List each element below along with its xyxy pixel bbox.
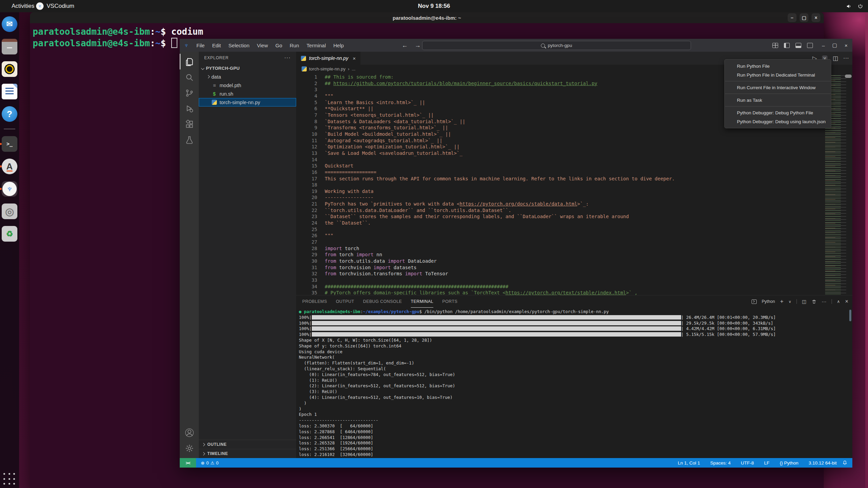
explorer-more-actions-icon[interactable]: ···: [284, 55, 291, 61]
code-line[interactable]: 20-----------------: [296, 194, 822, 201]
command-center-search[interactable]: pytorch-gpu: [422, 41, 691, 50]
thunderbird-icon[interactable]: ✉: [2, 16, 17, 32]
editor-more-actions-icon[interactable]: ···: [843, 55, 849, 62]
menu-item[interactable]: Help: [330, 41, 347, 50]
terminal-maximize-button[interactable]: ▢: [800, 13, 808, 22]
vscodium-titlebar[interactable]: ♆ FileEditSelectionViewGoRunTerminalHelp…: [180, 39, 852, 52]
menu-item[interactable]: Terminal: [303, 41, 329, 50]
code-line[interactable]: 28import torch: [296, 245, 822, 252]
settings-gear-icon[interactable]: [180, 440, 199, 456]
explorer-icon[interactable]: [180, 54, 199, 69]
code-line[interactable]: 27: [296, 239, 822, 245]
status-bar-item[interactable]: LF: [764, 460, 770, 466]
trash-icon[interactable]: ♻: [2, 226, 17, 242]
power-icon[interactable]: [857, 3, 863, 9]
code-line[interactable]: 21PyTorch has two `primitives to work wi…: [296, 201, 822, 207]
tree-item[interactable]: data: [199, 72, 296, 81]
tree-item[interactable]: torch-simple-nn.py: [199, 98, 296, 107]
volume-icon[interactable]: [846, 3, 852, 9]
status-bar-item[interactable]: {} Python: [780, 460, 799, 466]
code-line[interactable]: 34######################################…: [296, 283, 822, 290]
terminal-profile-label[interactable]: Python: [762, 299, 775, 304]
menu-item[interactable]: Run: [286, 41, 303, 50]
separator[interactable]: [4, 129, 15, 129]
code-line[interactable]: 10`Build Model <buildmodel_tutorial.html…: [296, 131, 822, 137]
window-close-button[interactable]: ×: [845, 43, 848, 48]
status-bar-item[interactable]: 3.10.12 64-bit: [808, 460, 837, 466]
run-debug-icon[interactable]: [180, 101, 199, 116]
panel-tab[interactable]: PROBLEMS: [302, 295, 327, 308]
extensions-icon[interactable]: [180, 116, 199, 132]
panel-tab[interactable]: PORTS: [442, 295, 457, 308]
panel-tab[interactable]: OUTPUT: [336, 295, 354, 308]
app-a-icon[interactable]: A: [2, 159, 17, 174]
activities-button[interactable]: Activities: [9, 2, 37, 11]
terminal-minimize-button[interactable]: –: [788, 13, 797, 22]
clock[interactable]: Nov 9 18:56: [418, 3, 450, 10]
vscodium-icon[interactable]: ♆: [2, 181, 17, 197]
search-icon[interactable]: [180, 69, 199, 85]
window-maximize-button[interactable]: ▢: [832, 42, 837, 48]
terminal-titlebar[interactable]: paratoolsadmin@e4s-ibm: ~ – ▢ ×: [30, 12, 824, 23]
code-line[interactable]: 22``torch.utils.data.DataLoader`` and ``…: [296, 207, 822, 214]
code-line[interactable]: 23``Dataset`` stores the samples and the…: [296, 213, 822, 220]
menu-item[interactable]: File: [193, 41, 208, 50]
menu-option[interactable]: Run as Task: [725, 96, 831, 104]
code-line[interactable]: 25: [296, 226, 822, 233]
code-line[interactable]: 19Working with data: [296, 188, 822, 195]
code-line[interactable]: 11`Autograd <autogradqs_tutorial.html>`_…: [296, 137, 822, 144]
menu-item[interactable]: Selection: [225, 41, 253, 50]
code-line[interactable]: 15Quickstart: [296, 163, 822, 169]
terminal-scrollbar-thumb[interactable]: [849, 310, 851, 321]
files-icon[interactable]: [2, 39, 17, 54]
panel-tab[interactable]: DEBUG CONSOLE: [363, 295, 402, 308]
testing-icon[interactable]: [180, 132, 199, 148]
menu-item[interactable]: View: [254, 41, 271, 50]
toggle-panel-icon[interactable]: [795, 43, 801, 48]
terminal-launch-dropdown-icon[interactable]: ∨: [789, 299, 791, 304]
menu-option[interactable]: Python Debugger: Debug using launch.json: [725, 117, 831, 126]
code-line[interactable]: 16==================: [296, 169, 822, 176]
panel-more-actions-icon[interactable]: ···: [822, 299, 826, 304]
menu-option[interactable]: Run Current File in Interactive Window: [725, 83, 831, 92]
code-line[interactable]: 13`Save & Load Model <saveloadrun_tutori…: [296, 150, 822, 157]
panel-tab[interactable]: TERMINAL: [411, 295, 433, 308]
kill-terminal-icon[interactable]: [811, 299, 817, 304]
toggle-secondary-sidebar-icon[interactable]: [807, 43, 813, 48]
remote-indicator[interactable]: ><: [180, 458, 196, 468]
disc-icon[interactable]: ◎: [2, 204, 17, 219]
status-bar-item[interactable]: UTF-8: [741, 460, 754, 466]
status-bar-item[interactable]: Ln 1, Col 1: [678, 460, 700, 466]
integrated-terminal[interactable]: ● paratoolsadmin@e4s-ibm:~/examples/pyto…: [296, 308, 852, 458]
help-icon[interactable]: ?: [2, 106, 17, 122]
editor-scrollbar-thumb[interactable]: [845, 75, 852, 78]
code-line[interactable]: 30from torch.utils.data import DataLoade…: [296, 258, 822, 264]
code-line[interactable]: 17This section runs through the API for …: [296, 176, 822, 182]
account-icon[interactable]: [180, 425, 199, 440]
code-line[interactable]: 24the ``Dataset``.: [296, 220, 822, 226]
nav-back-icon[interactable]: ←: [402, 42, 408, 49]
code-line[interactable]: 12`Optimization <optimization_tutorial.h…: [296, 144, 822, 150]
split-editor-icon[interactable]: ◫: [833, 55, 838, 62]
menu-item[interactable]: Edit: [209, 41, 224, 50]
nav-forward-icon[interactable]: →: [415, 42, 421, 49]
maximize-panel-icon[interactable]: ∧: [837, 299, 840, 304]
code-line[interactable]: 26""": [296, 232, 822, 239]
tree-item[interactable]: $run.sh: [199, 90, 296, 98]
terminal-icon[interactable]: >_: [2, 136, 17, 152]
close-panel-icon[interactable]: ×: [845, 298, 848, 305]
window-minimize-button[interactable]: –: [822, 43, 825, 48]
notifications-bell-icon[interactable]: [842, 460, 852, 466]
code-line[interactable]: 18: [296, 182, 822, 188]
code-line[interactable]: 14: [296, 157, 822, 163]
sidebar-section-header[interactable]: OUTLINE: [199, 440, 296, 449]
menu-option[interactable]: Python Debugger: Debug Python File: [725, 108, 831, 117]
tab-close-icon[interactable]: ×: [353, 55, 356, 61]
tree-item[interactable]: PYTORCH-GPU: [199, 64, 296, 72]
menu-option[interactable]: Run Python File in Dedicated Terminal: [725, 70, 831, 79]
libreoffice-writer-icon[interactable]: [2, 84, 17, 99]
show-applications-button[interactable]: [3, 473, 16, 486]
code-line[interactable]: 32from torchvision.transforms import ToT…: [296, 271, 822, 277]
source-control-icon[interactable]: [180, 85, 199, 101]
problems-status[interactable]: ⊗ 0 ⚠ 0: [201, 460, 219, 466]
